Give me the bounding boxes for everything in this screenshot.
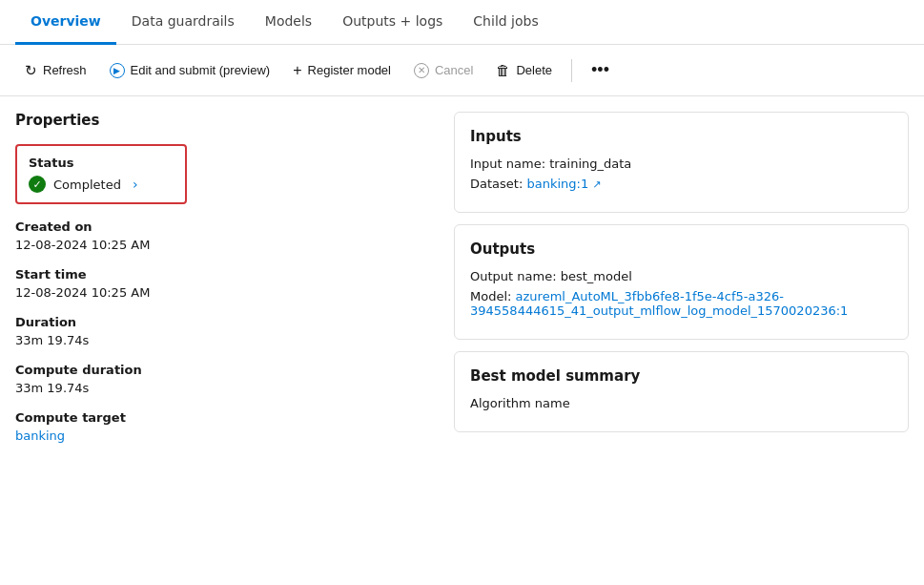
status-value: ✓ Completed › [29,176,174,193]
properties-title: Properties [15,112,431,129]
compute-target-label: Compute target [15,410,431,425]
duration-label: Duration [15,315,431,329]
compute-target-link[interactable]: banking [15,428,65,443]
tab-outputs-logs[interactable]: Outputs + logs [327,0,458,45]
main-content: Properties Status ✓ Completed › Created … [0,96,924,576]
play-icon: ▶ [110,63,125,78]
outputs-card-title: Outputs [470,240,893,258]
tab-bar: Overview Data guardrails Models Outputs … [0,0,924,45]
output-name-row: Output name: best_model [470,269,893,283]
compute-target-group: Compute target banking [15,410,431,443]
model-row: Model: azureml_AutoML_3fbb6fe8-1f5e-4cf5… [470,289,893,318]
more-icon: ••• [591,60,609,79]
external-link-icon: ↗ [592,178,601,191]
toolbar: ↻ Refresh ▶ Edit and submit (preview) + … [0,45,924,96]
tab-child-jobs[interactable]: Child jobs [458,0,553,45]
inputs-card: Inputs Input name: training_data Dataset… [454,112,909,213]
delete-icon: 🗑 [496,62,510,78]
best-model-card-title: Best model summary [470,367,893,385]
cancel-button[interactable]: ✕ Cancel [404,57,483,84]
dataset-row: Dataset: banking:1 ↗ [470,177,893,191]
status-box: Status ✓ Completed › [15,144,187,204]
created-on-group: Created on 12-08-2024 10:25 AM [15,219,431,252]
register-model-button[interactable]: + Register model [283,56,400,85]
tab-models[interactable]: Models [250,0,327,45]
input-name-row: Input name: training_data [470,157,893,171]
created-on-label: Created on [15,219,431,234]
status-label: Status [29,156,174,170]
refresh-button[interactable]: ↻ Refresh [15,56,96,85]
best-model-card: Best model summary Algorithm name [454,351,909,432]
compute-duration-group: Compute duration 33m 19.74s [15,363,431,395]
refresh-icon: ↻ [25,62,37,79]
duration-value: 33m 19.74s [15,333,431,347]
created-on-value: 12-08-2024 10:25 AM [15,238,431,252]
compute-duration-value: 33m 19.74s [15,381,431,395]
dataset-link[interactable]: banking:1 ↗ [526,177,601,191]
edit-submit-button[interactable]: ▶ Edit and submit (preview) [100,57,280,84]
outputs-card: Outputs Output name: best_model Model: a… [454,224,909,340]
right-panel: Inputs Input name: training_data Dataset… [454,112,909,561]
compute-target-value: banking [15,428,431,443]
tab-data-guardrails[interactable]: Data guardrails [116,0,250,45]
cancel-icon: ✕ [414,63,429,78]
status-text: Completed [53,178,121,192]
delete-button[interactable]: 🗑 Delete [486,56,562,84]
algorithm-label: Algorithm name [470,396,893,410]
compute-duration-label: Compute duration [15,363,431,377]
duration-group: Duration 33m 19.74s [15,315,431,347]
status-chevron-icon[interactable]: › [133,177,138,192]
plus-icon: + [293,62,301,79]
model-link[interactable]: azureml_AutoML_3fbb6fe8-1f5e-4cf5-a326-3… [470,289,848,318]
dataset-label: Dataset: [470,177,523,191]
more-options-button[interactable]: ••• [582,54,619,86]
start-time-group: Start time 12-08-2024 10:25 AM [15,267,431,300]
start-time-value: 12-08-2024 10:25 AM [15,285,431,300]
start-time-label: Start time [15,267,431,282]
model-label: Model: [470,289,511,303]
properties-panel: Properties Status ✓ Completed › Created … [15,112,454,561]
status-check-icon: ✓ [29,176,46,193]
toolbar-divider [571,59,572,82]
tab-overview[interactable]: Overview [15,0,116,45]
inputs-card-title: Inputs [470,128,893,145]
